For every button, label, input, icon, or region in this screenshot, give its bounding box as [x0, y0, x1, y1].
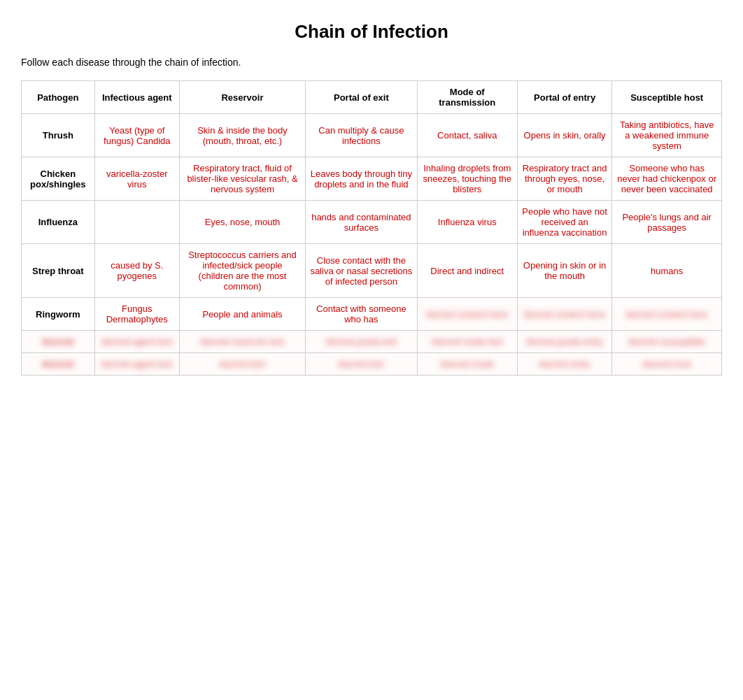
pathogen-cell: Influenza — [22, 201, 95, 244]
susceptible-cell: humans — [612, 244, 722, 298]
reservoir-cell: Respiratory tract, fluid of blister-like… — [179, 157, 305, 201]
agent-cell: varicella-zoster virus — [94, 157, 179, 201]
reservoir-cell: Eyes, nose, mouth — [179, 201, 305, 244]
agent-cell: caused by S. pyogenes — [94, 244, 179, 298]
table-row: blurredblurred agent textblurred textblu… — [22, 353, 722, 376]
mode-cell: Contact, saliva — [417, 114, 517, 157]
portal-exit-cell: blurred portal exit — [306, 331, 418, 353]
page-title: Chain of Infection — [21, 21, 722, 43]
pathogen-cell: Thrush — [22, 114, 95, 157]
susceptible-cell: Someone who has never had chickenpox or … — [612, 157, 722, 201]
header-susceptible: Susceptible host — [612, 81, 722, 114]
mode-cell: blurred mode text — [417, 331, 517, 353]
agent-cell: blurred agent text — [94, 353, 179, 376]
susceptible-cell: People's lungs and air passages — [612, 201, 722, 244]
header-portal-exit: Portal of exit — [306, 81, 418, 114]
susceptible-cell: blurred susceptible — [612, 331, 722, 353]
reservoir-cell: blurred reservoir text — [179, 331, 305, 353]
reservoir-cell: blurred text — [179, 353, 305, 376]
header-mode: Mode oftransmission — [417, 81, 517, 114]
portal-entry-cell: Opening in skin or in the mouth — [517, 244, 612, 298]
agent-cell — [94, 201, 179, 244]
portal-exit-cell: hands and contaminated surfaces — [306, 201, 418, 244]
table-row: Chicken pox/shinglesvaricella-zoster vir… — [22, 157, 722, 201]
pathogen-cell: Strep throat — [22, 244, 95, 298]
portal-entry-cell: People who have not received an influenz… — [517, 201, 612, 244]
portal-entry-cell: blurred content here — [517, 298, 612, 331]
portal-exit-cell: Leaves body through tiny droplets and in… — [306, 157, 418, 201]
portal-exit-cell: Can multiply & cause infections — [306, 114, 418, 157]
pathogen-cell: blurred — [22, 353, 95, 376]
portal-entry-cell: Opens in skin, orally — [517, 114, 612, 157]
header-agent: Infectious agent — [94, 81, 179, 114]
agent-cell: Fungus Dermatophytes — [94, 298, 179, 331]
reservoir-cell: People and animals — [179, 298, 305, 331]
table-row: Strep throatcaused by S. pyogenesStrepto… — [22, 244, 722, 298]
mode-cell: blurred content here — [417, 298, 517, 331]
reservoir-cell: Streptococcus carriers and infected/sick… — [179, 244, 305, 298]
header-pathogen: Pathogen — [22, 81, 95, 114]
infection-table: Pathogen Infectious agent Reservoir Port… — [21, 80, 722, 376]
pathogen-cell: Chicken pox/shingles — [22, 157, 95, 201]
susceptible-cell: Taking antibiotics, have a weakened immu… — [612, 114, 722, 157]
portal-exit-cell: blurred text — [306, 353, 418, 376]
portal-exit-cell: Contact with someone who has — [306, 298, 418, 331]
mode-cell: Inhaling droplets from sneezes, touching… — [417, 157, 517, 201]
table-row: blurredblurred agent textblurred reservo… — [22, 331, 722, 353]
table-row: RingwormFungus DermatophytesPeople and a… — [22, 298, 722, 331]
susceptible-cell: blurred content here — [612, 298, 722, 331]
mode-cell: blurred mode — [417, 353, 517, 376]
table-row: InfluenzaEyes, nose, mouthhands and cont… — [22, 201, 722, 244]
portal-entry-cell: blurred portal entry — [517, 331, 612, 353]
pathogen-cell: Ringworm — [22, 298, 95, 331]
portal-exit-cell: Close contact with the saliva or nasal s… — [306, 244, 418, 298]
pathogen-cell: blurred — [22, 331, 95, 353]
portal-entry-cell: Respiratory tract and through eyes, nose… — [517, 157, 612, 201]
susceptible-cell: blurred host — [612, 353, 722, 376]
header-reservoir: Reservoir — [179, 81, 305, 114]
subtitle: Follow each disease through the chain of… — [21, 57, 722, 68]
agent-cell: Yeast (type of fungus) Candida — [94, 114, 179, 157]
table-row: ThrushYeast (type of fungus) CandidaSkin… — [22, 114, 722, 157]
agent-cell: blurred agent text — [94, 331, 179, 353]
header-portal-entry: Portal of entry — [517, 81, 612, 114]
mode-cell: Direct and indirect — [417, 244, 517, 298]
mode-cell: Influenza virus — [417, 201, 517, 244]
portal-entry-cell: blurred entry — [517, 353, 612, 376]
reservoir-cell: Skin & inside the body (mouth, throat, e… — [179, 114, 305, 157]
